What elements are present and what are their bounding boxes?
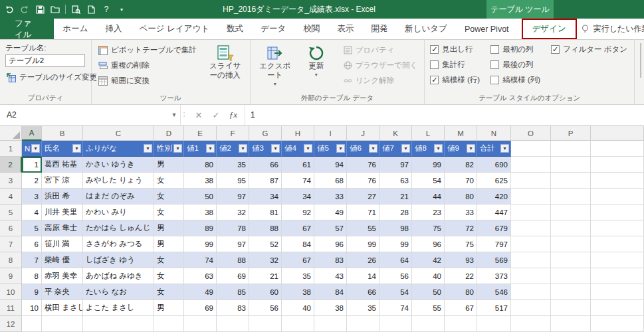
row-header-10[interactable]: 10 [0,284,22,300]
resize-table-button[interactable]: テーブルのサイズ変更 [4,70,87,85]
table-style-thumbnail-plain[interactable] [640,43,641,78]
cell[interactable]: 85 [217,284,249,300]
cell[interactable] [591,252,644,268]
new-document-icon[interactable] [86,4,96,15]
cell[interactable]: 80 [445,189,477,205]
cell[interactable]: 74 [379,300,412,316]
cell[interactable]: 宮下 涼 [42,173,83,189]
cell[interactable]: 10 [22,300,42,316]
refresh-dropdown-icon[interactable]: ▾ [315,72,318,78]
cell[interactable]: 2 [22,173,42,189]
cell[interactable] [591,236,644,252]
cell[interactable]: 72 [445,220,477,236]
cell[interactable]: 517 [477,300,511,316]
cell[interactable]: 625 [477,173,511,189]
cell[interactable]: たかはら しゅんじ [83,220,154,236]
cell[interactable]: 54 [379,284,412,300]
cell[interactable]: 67 [282,220,314,236]
header-row-checkbox[interactable]: ✓ [430,45,439,54]
cell[interactable]: 52 [249,236,282,252]
cell[interactable]: 74 [282,173,314,189]
column-header-O[interactable]: O [511,126,551,141]
cell[interactable]: 97 [217,189,249,205]
tab-review[interactable]: 校閲 [294,19,328,39]
cell[interactable] [591,316,644,332]
cell[interactable]: 50 [412,284,445,300]
cell[interactable] [282,316,314,332]
cell[interactable]: 56 [249,300,282,316]
cell[interactable] [314,316,347,332]
cell[interactable] [551,173,591,189]
cell[interactable] [551,141,591,157]
tab-new-tab[interactable]: 新しいタブ [396,19,456,39]
last-column-checkbox[interactable] [490,60,499,69]
cell[interactable]: 40 [412,268,445,284]
cell[interactable]: 32 [249,252,282,268]
row-header-7[interactable]: 7 [0,236,22,252]
cell[interactable]: 35 [282,268,314,284]
cell[interactable]: 浜田 希 [42,189,83,205]
table-header-cell[interactable]: 合計▾ [477,141,511,157]
cell[interactable]: 88 [249,220,282,236]
cell[interactable] [511,236,551,252]
tab-file[interactable]: ファイル [0,19,54,39]
cell[interactable]: かさい ゆうき [83,157,154,173]
cell[interactable] [511,316,551,332]
cell[interactable]: 66 [347,284,379,300]
help-icon[interactable]: ? [101,4,112,15]
cell[interactable]: 78 [217,220,249,236]
first-column-checkbox[interactable] [490,45,499,54]
cell[interactable]: 64 [379,252,412,268]
cell[interactable]: 96 [314,236,347,252]
cell[interactable]: 76 [347,157,379,173]
table-header-cell[interactable]: 値8▾ [412,141,445,157]
cell[interactable]: 34 [249,189,282,205]
column-header-B[interactable]: B [42,126,83,141]
table-header-cell[interactable]: 値1▾ [184,141,217,157]
column-header-G[interactable]: G [249,126,282,141]
cell[interactable]: 34 [282,189,314,205]
cell[interactable]: 1 [22,157,42,173]
cell[interactable]: かわい みり [83,205,154,220]
cell[interactable]: 87 [249,173,282,189]
cell[interactable]: 38 [184,173,217,189]
cell[interactable]: 女 [154,189,184,205]
cell[interactable] [445,316,477,332]
cell[interactable]: 3 [22,189,42,205]
cell[interactable]: あかばね みゆき [83,268,154,284]
tab-design-active[interactable]: デザイン [522,19,577,39]
cell[interactable]: 57 [314,220,347,236]
tab-view[interactable]: 表示 [328,19,362,39]
table-header-cell[interactable]: 値2▾ [217,141,249,157]
cell[interactable] [511,284,551,300]
cell[interactable] [591,300,644,316]
tab-developer[interactable]: 開発 [362,19,396,39]
cell[interactable]: 男 [154,157,184,173]
undo-icon[interactable] [4,4,15,15]
cell[interactable]: 71 [347,205,379,220]
cell[interactable]: 38 [282,284,314,300]
cell[interactable]: 63 [184,268,217,284]
cell[interactable]: 33 [445,205,477,220]
cell[interactable]: 447 [477,205,511,220]
cell[interactable]: 7 [22,252,42,268]
export-dropdown-icon[interactable]: ▾ [274,82,276,87]
column-header-P[interactable]: P [551,126,591,141]
cell[interactable]: 笹川 満 [42,236,83,252]
cell[interactable] [511,252,551,268]
cell[interactable]: 14 [347,268,379,284]
cell[interactable]: 27 [347,189,379,205]
cell[interactable]: 61 [282,157,314,173]
export-button[interactable]: エクスポート ▾ [255,42,296,88]
cancel-entry-icon[interactable]: ✕ [191,110,206,120]
table-header-cell[interactable]: 性別▾ [154,141,184,157]
cell[interactable]: 92 [282,205,314,220]
cell[interactable] [379,316,412,332]
cell[interactable]: 26 [347,252,379,268]
cell[interactable]: 63 [379,173,412,189]
cell[interactable]: 9 [22,284,42,300]
total-row-checkbox[interactable] [430,60,439,69]
table-header-cell[interactable]: 値5▾ [314,141,347,157]
cell[interactable]: たいら なお [83,284,154,300]
cell[interactable]: 38 [184,205,217,220]
